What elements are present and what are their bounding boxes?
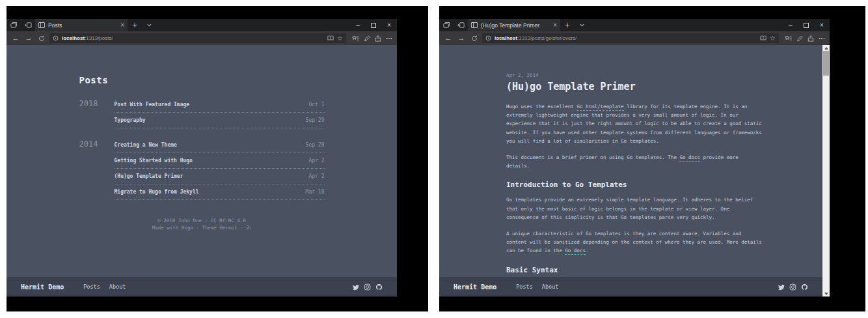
- forward-button[interactable]: →: [22, 35, 35, 42]
- site-info-icon[interactable]: [53, 35, 59, 41]
- browser-window-posts: Posts × + – × ← →: [7, 19, 397, 296]
- set-tabs-aside-icon[interactable]: [454, 19, 468, 31]
- close-button[interactable]: ×: [814, 19, 830, 31]
- new-tab-button[interactable]: +: [560, 19, 575, 31]
- maximize-icon: [804, 23, 809, 28]
- copyright-line2: Made with Hugo · Theme Hermit ·: [79, 224, 325, 231]
- reading-view-icon[interactable]: [327, 35, 334, 41]
- web-note-icon[interactable]: [361, 35, 372, 42]
- text-run: .: [586, 248, 589, 253]
- share-icon[interactable]: [805, 35, 816, 42]
- github-icon[interactable]: [375, 283, 383, 291]
- year-entries: Post With Featured ImageOct 1TypographyS…: [115, 97, 325, 128]
- hub-icon[interactable]: [783, 35, 794, 42]
- text-run: library for its template engine. It is a…: [506, 104, 762, 144]
- web-note-icon[interactable]: [794, 35, 805, 42]
- post-list-item[interactable]: Post With Featured ImageOct 1: [115, 97, 325, 113]
- twitter-icon[interactable]: [778, 283, 785, 291]
- year-entries: Creating a New ThemeSep 28Getting Starte…: [115, 137, 325, 200]
- url-text[interactable]: localhost:1313/posts/goisforlovers/: [495, 35, 757, 41]
- more-options-icon[interactable]: [383, 37, 394, 40]
- post-date: Oct 1: [308, 102, 324, 108]
- post-title: Creating a New Theme: [115, 142, 177, 148]
- post-date: Apr 2: [308, 173, 324, 179]
- tab-bar: Posts × + – ×: [7, 19, 397, 31]
- post-list-item[interactable]: Creating a New ThemeSep 28: [115, 137, 325, 153]
- post-list-item[interactable]: (Hu)go Template PrimerApr 2: [115, 169, 325, 184]
- favorite-star-icon[interactable]: ☆: [337, 35, 343, 42]
- instagram-icon[interactable]: [364, 283, 371, 291]
- close-button[interactable]: ×: [381, 19, 397, 31]
- post-title: Migrate to Hugo from Jekyll: [115, 189, 199, 195]
- post-title: (Hu)go Template Primer: [115, 173, 183, 179]
- post-title: Getting Started with Hugo: [115, 158, 193, 164]
- footer-nav-about[interactable]: About: [542, 283, 559, 290]
- hub-icon[interactable]: [350, 35, 361, 42]
- tab-preview-icon[interactable]: [439, 19, 454, 31]
- posts-list: 2018Post With Featured ImageOct 1Typogra…: [79, 97, 325, 200]
- page-title: Posts: [79, 75, 325, 85]
- posts-page: Posts 2018Post With Featured ImageOct 1T…: [79, 45, 325, 231]
- page-viewport-article: Apr 2, 2014 (Hu)go Template Primer Hugo …: [439, 45, 830, 296]
- text-run: A unique characteristic of Go templates …: [506, 231, 762, 253]
- minimize-button[interactable]: –: [783, 19, 798, 31]
- tab-list-chevron-icon[interactable]: [575, 19, 589, 31]
- post-list-item[interactable]: TypographySep 29: [115, 113, 325, 128]
- share-icon[interactable]: [372, 35, 383, 42]
- twitter-icon[interactable]: [352, 283, 359, 291]
- minimize-button[interactable]: –: [350, 19, 366, 31]
- footer-nav-posts[interactable]: Posts: [83, 283, 100, 290]
- url-host: localhost: [495, 35, 517, 41]
- social-links: [778, 283, 808, 291]
- rss-icon[interactable]: [246, 225, 251, 230]
- browser-tab[interactable]: Posts ×: [35, 19, 128, 31]
- inline-link[interactable]: Go docs: [565, 248, 586, 255]
- article-date: Apr 2, 2014: [506, 72, 763, 78]
- scrollbar[interactable]: [822, 45, 830, 296]
- tabbar-spacer: [156, 19, 350, 31]
- post-list-item[interactable]: Migrate to Hugo from JekyllMar 10: [115, 184, 325, 200]
- refresh-button[interactable]: [35, 35, 48, 42]
- tab-preview-icon[interactable]: [7, 19, 21, 31]
- browser-tab[interactable]: (Hu)go Template Primer ×: [468, 19, 560, 31]
- footer-nav-about[interactable]: About: [109, 283, 126, 290]
- browser-window-article: (Hu)go Template Primer × + – × ← →: [439, 19, 830, 296]
- site-brand[interactable]: Hermit Demo: [21, 283, 64, 291]
- text-run: This document is a brief primer on using…: [506, 154, 679, 160]
- post-list-item[interactable]: Getting Started with HugoApr 2: [115, 153, 325, 169]
- footer-nav-posts[interactable]: Posts: [516, 283, 533, 290]
- post-date: Apr 2: [308, 158, 324, 164]
- instagram-icon[interactable]: [789, 283, 796, 291]
- more-options-icon[interactable]: [816, 37, 827, 40]
- favorite-star-icon[interactable]: ☆: [770, 35, 776, 42]
- scroll-down-icon[interactable]: [822, 291, 830, 296]
- address-bar[interactable]: localhost:1313/posts/goisforlovers/ ☆: [482, 33, 779, 43]
- tabbar-spacer: [589, 19, 783, 31]
- reading-view-icon[interactable]: [760, 35, 766, 41]
- inline-link[interactable]: Go docs: [679, 154, 700, 162]
- tab-close-icon[interactable]: ×: [551, 22, 557, 29]
- scrollbar-thumb[interactable]: [823, 51, 829, 76]
- tab-list-chevron-icon[interactable]: [142, 19, 156, 31]
- page-favicon-icon: [38, 22, 45, 28]
- refresh-button[interactable]: [468, 35, 481, 42]
- tab-bar: (Hu)go Template Primer × + – ×: [439, 19, 830, 31]
- set-tabs-aside-icon[interactable]: [21, 19, 35, 31]
- browser-toolbar: ← → localhost:1313/posts/ ☆: [7, 31, 397, 45]
- site-brand[interactable]: Hermit Demo: [454, 283, 496, 291]
- maximize-button[interactable]: [366, 19, 381, 31]
- post-date: Mar 10: [306, 189, 325, 195]
- github-icon[interactable]: [801, 283, 808, 291]
- new-tab-button[interactable]: +: [128, 19, 142, 31]
- inline-link[interactable]: Go html/template: [576, 104, 623, 111]
- forward-button[interactable]: →: [455, 35, 468, 42]
- page-viewport-posts: Posts 2018Post With Featured ImageOct 1T…: [7, 45, 397, 296]
- address-bar[interactable]: localhost:1313/posts/ ☆: [49, 33, 346, 43]
- url-text[interactable]: localhost:1313/posts/: [62, 35, 324, 41]
- back-button[interactable]: ←: [442, 35, 455, 42]
- site-info-icon[interactable]: [485, 35, 491, 41]
- back-button[interactable]: ←: [9, 35, 22, 42]
- maximize-button[interactable]: [798, 19, 814, 31]
- scroll-up-icon[interactable]: [822, 45, 830, 51]
- tab-close-icon[interactable]: ×: [118, 22, 124, 29]
